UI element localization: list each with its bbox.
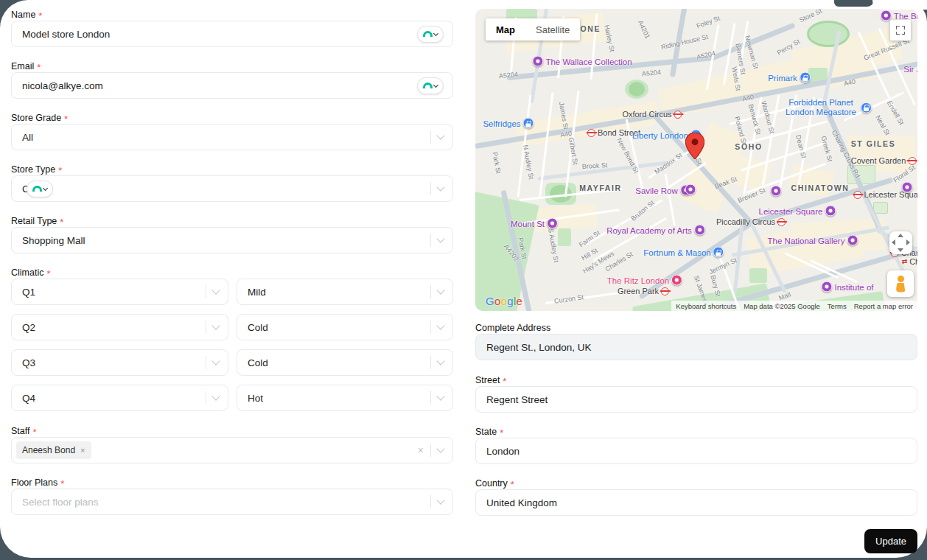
- required-asterisk: *: [64, 113, 68, 123]
- chevron-down-icon: [211, 357, 220, 365]
- chevron-down-icon: [436, 131, 444, 139]
- retail-type-label: Retail Type*: [11, 215, 453, 227]
- chevron-down-icon: [211, 286, 220, 294]
- autofill-extension-icon[interactable]: [27, 181, 53, 197]
- map-tab[interactable]: Map: [486, 18, 525, 41]
- map-pin-icon[interactable]: [685, 133, 704, 159]
- field-name: Name*: [11, 9, 453, 47]
- state-input[interactable]: [486, 446, 908, 457]
- map-label: Charing Cross Rd: [830, 129, 861, 179]
- map-label: Selfridges: [483, 118, 534, 129]
- floor-plans-select[interactable]: Select floor plans: [11, 489, 453, 515]
- select-divider: [430, 391, 431, 405]
- store-type-label: Store Type*: [11, 164, 453, 175]
- store-type-select[interactable]: C: [11, 175, 453, 202]
- chevron-down-icon: [433, 30, 438, 35]
- map-label: A4201: [637, 19, 651, 40]
- climatic-q3-value: Q3: [22, 357, 35, 368]
- field-street: Street*: [475, 374, 917, 413]
- select-divider: [206, 321, 206, 334]
- required-asterisk: *: [58, 165, 62, 175]
- map-label: The Ritz London: [607, 275, 682, 286]
- map-label: Percy St: [776, 38, 801, 57]
- chevron-down-icon: [436, 234, 444, 242]
- pan-control[interactable]: [889, 231, 912, 254]
- map-label: Sir Jo: [903, 65, 917, 74]
- state-input-wrap: [475, 438, 917, 464]
- right-column: MARYLEBONEMAYFAIRSOHOST GILESCHINATOWNHa…: [475, 9, 917, 553]
- climatic-q2-value: Q2: [22, 322, 35, 333]
- required-asterisk: *: [60, 217, 63, 226]
- clear-icon[interactable]: ×: [418, 445, 424, 455]
- map-label: A40: [741, 94, 755, 103]
- map-label: Bury St: [709, 274, 721, 297]
- tube-icon: [908, 157, 916, 165]
- map-label: SOHO: [735, 142, 762, 151]
- google-map[interactable]: MARYLEBONEMAYFAIRSOHOST GILESCHINATOWNHa…: [475, 9, 917, 311]
- complete-address-label: Complete Address: [475, 322, 917, 334]
- map-label: Wardour St: [760, 100, 775, 134]
- autofill-extension-icon[interactable]: [417, 77, 444, 94]
- map-label: Poland St: [733, 116, 748, 145]
- lock-icon: [523, 118, 534, 129]
- select-divider: [430, 234, 431, 247]
- autofill-extension-icon[interactable]: [417, 26, 444, 43]
- climatic-q3-season: Cold: [248, 357, 268, 368]
- map-label: Forbidden Planet London Megastore: [783, 98, 872, 117]
- climatic-q3-season-select[interactable]: Cold: [237, 349, 453, 376]
- climatic-q2-season-select[interactable]: Cold: [237, 314, 453, 340]
- retail-type-select[interactable]: Shopping Mall: [11, 227, 453, 253]
- attribution-item[interactable]: Report a map error: [854, 302, 913, 310]
- complete-address-input[interactable]: [486, 342, 908, 353]
- fullscreen-button[interactable]: [890, 20, 911, 41]
- map-label: Mount St: [511, 218, 558, 229]
- lock-icon: [861, 102, 872, 113]
- store-grade-select[interactable]: All: [11, 124, 453, 150]
- street-input[interactable]: [486, 394, 908, 405]
- required-asterisk: *: [500, 427, 503, 437]
- autofill-arch-icon: [32, 186, 42, 192]
- autofill-arch-icon: [423, 31, 433, 37]
- name-label: Name*: [11, 9, 453, 21]
- climatic-q1-select[interactable]: Q1: [11, 279, 228, 305]
- climatic-q2-select[interactable]: Q2: [11, 314, 228, 340]
- name-input[interactable]: [22, 29, 411, 40]
- map-label: Bruton St: [629, 199, 655, 223]
- climatic-q4-select[interactable]: Q4: [11, 385, 228, 411]
- map-label: S Audley St: [547, 228, 560, 263]
- climatic-q1-value: Q1: [22, 287, 35, 298]
- map-label: Berwick St: [747, 103, 763, 136]
- satellite-tab[interactable]: Satellite: [525, 18, 580, 41]
- climatic-q1-season-select[interactable]: Mild: [237, 279, 453, 305]
- poi-icon: [547, 218, 558, 229]
- field-store-grade: Store Grade* All: [11, 112, 453, 150]
- chevron-down-icon: [211, 392, 220, 400]
- attribution-item[interactable]: Terms: [828, 302, 847, 310]
- required-asterisk: *: [46, 268, 50, 278]
- street-view-pegman[interactable]: [887, 270, 914, 297]
- climatic-q3-select[interactable]: Q3: [11, 349, 228, 376]
- map-label: A5204: [642, 69, 662, 78]
- chip-remove-icon[interactable]: ×: [80, 446, 85, 455]
- update-button[interactable]: Update: [864, 529, 917, 553]
- pan-up-icon: [898, 234, 903, 237]
- staff-label: Staff*: [11, 425, 453, 437]
- map-label: Fortnum & Mason: [643, 247, 724, 258]
- email-input-wrap: [11, 72, 453, 99]
- select-divider: [430, 285, 431, 298]
- climatic-q4-season-select[interactable]: Hot: [237, 385, 453, 411]
- select-divider: [206, 356, 206, 369]
- required-asterisk: *: [32, 427, 36, 436]
- attribution-item[interactable]: Map data ©2025 Google: [744, 302, 820, 310]
- floor-plans-placeholder: Select floor plans: [22, 497, 99, 508]
- attribution-item[interactable]: Keyboard shortcuts: [676, 302, 736, 310]
- map-label: Jermyn St: [708, 256, 738, 276]
- select-divider: [206, 391, 206, 405]
- email-input[interactable]: [22, 80, 411, 91]
- chevron-down-icon: [436, 183, 444, 191]
- staff-multiselect[interactable]: Aneesh Bond× ×: [11, 437, 453, 463]
- field-country: Country*: [475, 477, 917, 516]
- field-state: State*: [475, 426, 917, 464]
- country-input[interactable]: [486, 497, 908, 508]
- staff-chip[interactable]: Aneesh Bond×: [16, 441, 91, 459]
